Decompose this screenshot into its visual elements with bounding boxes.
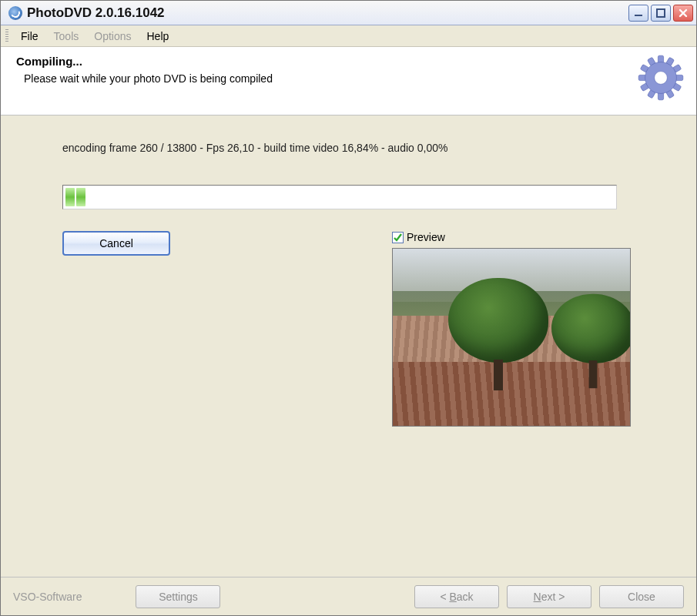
preview-block: Preview: [392, 231, 631, 427]
menu-file[interactable]: File: [13, 28, 46, 45]
page-title: Compiling...: [16, 55, 622, 68]
app-icon: [8, 6, 22, 20]
back-button: < Back: [414, 585, 499, 608]
next-button: Next >: [507, 585, 591, 608]
close-button[interactable]: [673, 5, 693, 22]
preview-checkbox[interactable]: [392, 232, 404, 243]
settings-button: Settings: [136, 585, 220, 608]
app-window: PhotoDVD 2.0.16.1042 File Tools Options …: [0, 0, 697, 616]
titlebar: PhotoDVD 2.0.16.1042: [1, 1, 696, 25]
footer: VSO-Software Settings < Back Next > Clos…: [1, 577, 696, 615]
encoding-status: encoding frame 260 / 13800 - Fps 26,10 -…: [62, 142, 642, 154]
menu-help[interactable]: Help: [139, 28, 177, 45]
menu-tools: Tools: [46, 28, 87, 45]
progress-bar: [62, 185, 617, 209]
gear-icon: [638, 55, 684, 101]
svg-rect-0: [635, 15, 642, 16]
page-subtitle: Please wait while your photo DVD is bein…: [16, 72, 622, 85]
menu-options: Options: [86, 28, 139, 45]
window-title: PhotoDVD 2.0.16.1042: [27, 5, 626, 21]
progress-chunk: [76, 188, 85, 206]
maximize-button[interactable]: [651, 5, 671, 22]
header-pane: Compiling... Please wait while your phot…: [1, 47, 696, 116]
preview-image: [392, 248, 631, 427]
menubar: File Tools Options Help: [1, 25, 696, 47]
content-pane: encoding frame 260 / 13800 - Fps 26,10 -…: [1, 116, 696, 577]
svg-rect-1: [657, 9, 665, 17]
preview-label: Preview: [407, 231, 445, 243]
menubar-grip: [5, 29, 8, 43]
progress-chunk: [65, 188, 75, 206]
close-wizard-button[interactable]: Close: [599, 585, 684, 608]
minimize-button[interactable]: [628, 5, 648, 22]
svg-point-4: [655, 72, 668, 85]
cancel-button[interactable]: Cancel: [62, 231, 170, 256]
footer-brand: VSO-Software: [13, 591, 82, 603]
